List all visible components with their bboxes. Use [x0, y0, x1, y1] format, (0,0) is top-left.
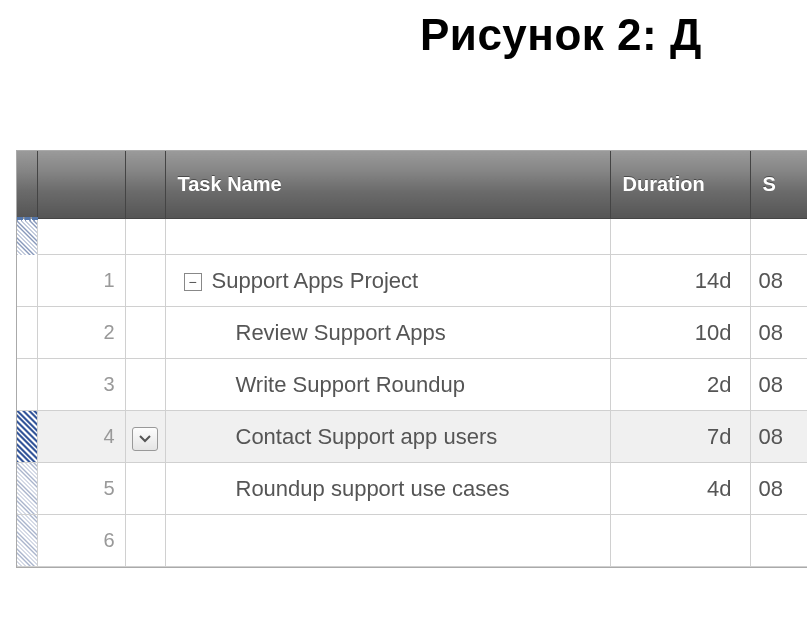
table-row[interactable]: 6 — [17, 515, 807, 567]
task-name-cell[interactable]: −Support Apps Project — [165, 255, 610, 307]
task-name-cell[interactable] — [165, 515, 610, 567]
row-number-cell[interactable]: 3 — [37, 359, 125, 411]
start-cell[interactable]: 08 — [750, 463, 807, 515]
start-cell[interactable]: 08 — [750, 255, 807, 307]
row-number-cell[interactable]: 6 — [37, 515, 125, 567]
task-name-text: Contact Support app users — [236, 424, 498, 449]
row-number-cell[interactable]: 4 — [37, 411, 125, 463]
table-row[interactable]: 4Contact Support app users7d08 — [17, 411, 807, 463]
duration-cell[interactable]: 10d — [610, 307, 750, 359]
task-name-text: Roundup support use cases — [236, 476, 510, 501]
header-icon[interactable] — [125, 151, 165, 219]
duration-cell[interactable]: 2d — [610, 359, 750, 411]
task-name-cell[interactable]: Roundup support use cases — [165, 463, 610, 515]
duration-cell[interactable]: 14d — [610, 255, 750, 307]
task-table-container: Task Name Duration S 1−Support Apps Proj… — [16, 150, 807, 568]
row-marker — [17, 463, 37, 515]
duration-cell[interactable]: 7d — [610, 411, 750, 463]
task-name-cell[interactable]: Contact Support app users — [165, 411, 610, 463]
task-table: Task Name Duration S 1−Support Apps Proj… — [17, 151, 807, 567]
task-name-cell[interactable]: Write Support Roundup — [165, 359, 610, 411]
row-marker — [17, 515, 37, 567]
header-rownum[interactable] — [37, 151, 125, 219]
task-name-text: Write Support Roundup — [236, 372, 466, 397]
figure-caption: Рисунок 2: Д — [420, 0, 807, 60]
row-marker — [17, 359, 37, 411]
collapse-minus-icon[interactable]: − — [184, 273, 202, 291]
start-cell[interactable]: 08 — [750, 307, 807, 359]
row-icon-cell — [125, 307, 165, 359]
header-marker — [17, 151, 37, 219]
dropdown-icon[interactable] — [132, 427, 158, 451]
duration-cell[interactable]: 4d — [610, 463, 750, 515]
row-icon-cell — [125, 515, 165, 567]
row-marker — [17, 219, 37, 255]
table-header-row: Task Name Duration S — [17, 151, 807, 219]
row-number-cell[interactable]: 2 — [37, 307, 125, 359]
task-name-text: Review Support Apps — [236, 320, 446, 345]
duration-cell — [610, 219, 750, 255]
row-marker — [17, 255, 37, 307]
row-marker — [17, 411, 37, 463]
task-name-cell[interactable]: Review Support Apps — [165, 307, 610, 359]
duration-cell[interactable] — [610, 515, 750, 567]
row-icon-cell — [125, 463, 165, 515]
row-marker — [17, 307, 37, 359]
table-row[interactable]: 5Roundup support use cases4d08 — [17, 463, 807, 515]
task-name-text: Support Apps Project — [212, 268, 419, 293]
table-row[interactable]: 1−Support Apps Project14d08 — [17, 255, 807, 307]
row-icon-cell — [125, 411, 165, 463]
task-name-cell — [165, 219, 610, 255]
start-cell — [750, 219, 807, 255]
row-number-cell[interactable]: 1 — [37, 255, 125, 307]
header-task-name[interactable]: Task Name — [165, 151, 610, 219]
spacer-row — [17, 219, 807, 255]
header-start[interactable]: S — [750, 151, 807, 219]
row-number-cell[interactable]: 5 — [37, 463, 125, 515]
start-cell[interactable]: 08 — [750, 411, 807, 463]
row-icon-cell — [125, 359, 165, 411]
start-cell[interactable] — [750, 515, 807, 567]
header-duration[interactable]: Duration — [610, 151, 750, 219]
start-cell[interactable]: 08 — [750, 359, 807, 411]
table-row[interactable]: 2Review Support Apps10d08 — [17, 307, 807, 359]
row-icon-cell — [125, 219, 165, 255]
row-icon-cell — [125, 255, 165, 307]
row-number-cell — [37, 219, 125, 255]
table-row[interactable]: 3Write Support Roundup2d08 — [17, 359, 807, 411]
